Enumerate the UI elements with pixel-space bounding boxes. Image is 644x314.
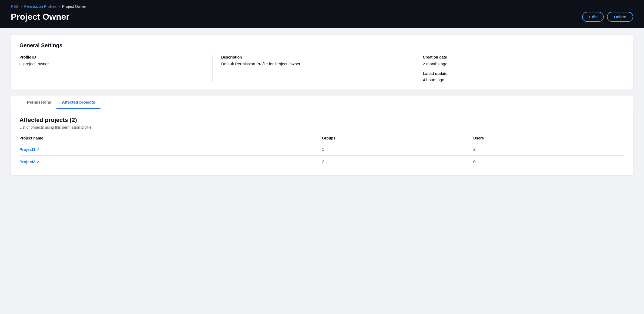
settings-dates-col: Creation date 2 months ago Latest update… — [423, 55, 625, 82]
col-users: Users — [473, 136, 625, 140]
affected-projects-subtitle: List of projects using this permission p… — [19, 125, 625, 129]
latest-update-value: 4 hours ago — [423, 77, 625, 82]
main-content: General Settings Profile ID □ project_ow… — [0, 28, 644, 188]
project-users-2: 0 — [473, 159, 625, 164]
tab-permissions[interactable]: Permissions — [22, 96, 56, 109]
projects-table: Project name Groups Users Project1 ↗ 1 2 — [19, 136, 625, 168]
breadcrumb-sep-1: › — [21, 4, 22, 9]
project-name-2: Project3 ↗ — [19, 159, 322, 164]
project-name-text-1: Project1 — [19, 147, 35, 152]
table-row: Project3 ↗ 2 0 — [19, 156, 625, 168]
breadcrumb: RES › Permission Profiles › Project Owne… — [11, 4, 633, 9]
delete-button[interactable]: Delete — [607, 12, 633, 22]
settings-grid: Profile ID □ project_owner Description D… — [19, 55, 625, 82]
breadcrumb-permission-profiles[interactable]: Permission Profiles — [24, 4, 56, 9]
settings-description-col: Description Default Permission Profile f… — [221, 55, 414, 82]
project-groups-1: 1 — [322, 147, 473, 152]
latest-update-label: Latest update — [423, 71, 625, 76]
edit-button[interactable]: Edit — [582, 12, 604, 22]
tabs-row: Permissions Affected projects — [11, 96, 633, 109]
project-name-1: Project1 ↗ — [19, 147, 322, 152]
external-link-icon-1: ↗ — [37, 148, 39, 151]
table-header: Project name Groups Users — [19, 136, 625, 143]
profile-id-value: □ project_owner — [19, 62, 204, 66]
description-label: Description — [221, 55, 405, 59]
copy-icon[interactable]: □ — [19, 62, 22, 66]
settings-profile-id-col: Profile ID □ project_owner — [19, 55, 213, 82]
table-row: Project1 ↗ 1 2 — [19, 143, 625, 156]
profile-id-text: project_owner — [23, 62, 49, 66]
project-link-2[interactable]: Project3 ↗ — [19, 159, 322, 164]
breadcrumb-res[interactable]: RES — [11, 4, 19, 9]
project-name-text-2: Project3 — [19, 159, 35, 164]
header-actions: Edit Delete — [582, 12, 633, 22]
affected-projects-card: Affected projects (2) List of projects u… — [11, 109, 633, 175]
col-groups: Groups — [322, 136, 473, 140]
creation-date-value: 2 months ago — [423, 62, 625, 66]
page-header: RES › Permission Profiles › Project Owne… — [0, 0, 644, 28]
page-title: Project Owner — [11, 12, 69, 22]
project-groups-2: 2 — [322, 159, 473, 164]
general-settings-title: General Settings — [19, 42, 625, 49]
tab-affected-projects[interactable]: Affected projects — [56, 96, 100, 109]
breadcrumb-sep-2: › — [59, 4, 60, 9]
project-users-1: 2 — [473, 147, 625, 152]
general-settings-card: General Settings Profile ID □ project_ow… — [11, 35, 633, 90]
col-project-name: Project name — [19, 136, 322, 140]
description-value: Default Permission Profile for Project O… — [221, 62, 405, 66]
breadcrumb-current: Project Owner — [62, 4, 86, 9]
affected-projects-title: Affected projects (2) — [19, 117, 625, 124]
profile-id-label: Profile ID — [19, 55, 204, 59]
creation-date-label: Creation date — [423, 55, 625, 59]
external-link-icon-2: ↗ — [37, 160, 39, 164]
header-row: Project Owner Edit Delete — [11, 12, 633, 22]
project-link-1[interactable]: Project1 ↗ — [19, 147, 322, 152]
